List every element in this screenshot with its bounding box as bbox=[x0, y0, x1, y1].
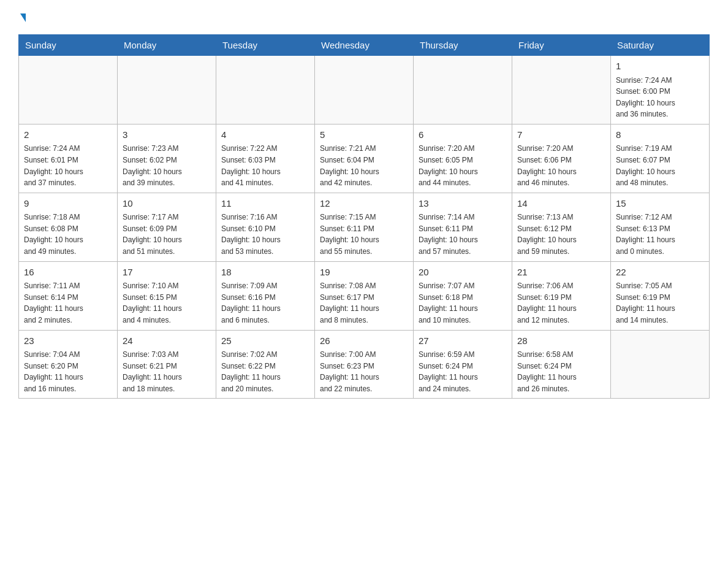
day-info: Sunrise: 7:15 AM Sunset: 6:11 PM Dayligh… bbox=[320, 212, 408, 257]
calendar-cell: 2Sunrise: 7:24 AM Sunset: 6:01 PM Daylig… bbox=[19, 124, 118, 193]
calendar-cell bbox=[118, 56, 216, 124]
calendar-cell: 19Sunrise: 7:08 AM Sunset: 6:17 PM Dayli… bbox=[315, 261, 414, 330]
calendar-cell bbox=[512, 56, 611, 124]
calendar-cell: 5Sunrise: 7:21 AM Sunset: 6:04 PM Daylig… bbox=[315, 124, 414, 193]
day-info: Sunrise: 7:02 AM Sunset: 6:22 PM Dayligh… bbox=[221, 349, 309, 394]
day-info: Sunrise: 7:09 AM Sunset: 6:16 PM Dayligh… bbox=[221, 280, 309, 326]
calendar-cell bbox=[315, 56, 414, 124]
calendar-cell: 17Sunrise: 7:10 AM Sunset: 6:15 PM Dayli… bbox=[118, 261, 216, 330]
day-number: 1 bbox=[616, 59, 704, 74]
weekday-header-saturday: Saturday bbox=[611, 35, 710, 56]
day-info: Sunrise: 7:24 AM Sunset: 6:00 PM Dayligh… bbox=[616, 75, 704, 120]
calendar-cell: 18Sunrise: 7:09 AM Sunset: 6:16 PM Dayli… bbox=[216, 261, 315, 330]
calendar-cell: 21Sunrise: 7:06 AM Sunset: 6:19 PM Dayli… bbox=[512, 261, 611, 330]
calendar-week-5: 23Sunrise: 7:04 AM Sunset: 6:20 PM Dayli… bbox=[19, 330, 710, 399]
day-number: 22 bbox=[616, 266, 704, 280]
day-info: Sunrise: 7:12 AM Sunset: 6:13 PM Dayligh… bbox=[616, 212, 704, 257]
day-info: Sunrise: 7:21 AM Sunset: 6:04 PM Dayligh… bbox=[320, 143, 408, 188]
calendar-cell: 28Sunrise: 6:58 AM Sunset: 6:24 PM Dayli… bbox=[512, 330, 611, 399]
calendar-week-4: 16Sunrise: 7:11 AM Sunset: 6:14 PM Dayli… bbox=[19, 261, 710, 330]
day-number: 15 bbox=[616, 197, 704, 211]
day-number: 18 bbox=[221, 266, 309, 280]
day-info: Sunrise: 7:18 AM Sunset: 6:08 PM Dayligh… bbox=[24, 212, 112, 257]
day-number: 4 bbox=[221, 128, 309, 142]
day-number: 16 bbox=[24, 266, 112, 280]
day-info: Sunrise: 7:14 AM Sunset: 6:11 PM Dayligh… bbox=[419, 212, 507, 257]
day-number: 10 bbox=[123, 197, 211, 211]
calendar-cell: 16Sunrise: 7:11 AM Sunset: 6:14 PM Dayli… bbox=[19, 261, 118, 330]
day-number: 26 bbox=[320, 334, 408, 348]
calendar-cell: 13Sunrise: 7:14 AM Sunset: 6:11 PM Dayli… bbox=[414, 193, 512, 261]
day-number: 9 bbox=[24, 197, 112, 211]
calendar-table: SundayMondayTuesdayWednesdayThursdayFrid… bbox=[18, 34, 710, 399]
weekday-header-row: SundayMondayTuesdayWednesdayThursdayFrid… bbox=[19, 35, 710, 56]
day-info: Sunrise: 7:22 AM Sunset: 6:03 PM Dayligh… bbox=[221, 143, 309, 188]
weekday-header-friday: Friday bbox=[512, 35, 611, 56]
calendar-cell: 22Sunrise: 7:05 AM Sunset: 6:19 PM Dayli… bbox=[611, 261, 710, 330]
day-info: Sunrise: 7:20 AM Sunset: 6:06 PM Dayligh… bbox=[517, 143, 605, 188]
day-number: 24 bbox=[123, 334, 211, 348]
calendar-cell: 8Sunrise: 7:19 AM Sunset: 6:07 PM Daylig… bbox=[611, 124, 710, 193]
day-number: 23 bbox=[24, 334, 112, 348]
calendar-cell: 20Sunrise: 7:07 AM Sunset: 6:18 PM Dayli… bbox=[414, 261, 512, 330]
day-number: 3 bbox=[123, 128, 211, 142]
day-info: Sunrise: 7:07 AM Sunset: 6:18 PM Dayligh… bbox=[419, 280, 507, 326]
day-number: 27 bbox=[419, 334, 507, 348]
day-number: 12 bbox=[320, 197, 408, 211]
page-header bbox=[18, 12, 710, 22]
day-info: Sunrise: 7:24 AM Sunset: 6:01 PM Dayligh… bbox=[24, 143, 112, 188]
calendar-cell: 1Sunrise: 7:24 AM Sunset: 6:00 PM Daylig… bbox=[611, 56, 710, 124]
weekday-header-sunday: Sunday bbox=[19, 35, 118, 56]
day-info: Sunrise: 7:23 AM Sunset: 6:02 PM Dayligh… bbox=[123, 143, 211, 188]
calendar-cell: 25Sunrise: 7:02 AM Sunset: 6:22 PM Dayli… bbox=[216, 330, 315, 399]
calendar-cell: 6Sunrise: 7:20 AM Sunset: 6:05 PM Daylig… bbox=[414, 124, 512, 193]
day-number: 28 bbox=[517, 334, 605, 348]
day-number: 2 bbox=[24, 128, 112, 142]
day-number: 20 bbox=[419, 266, 507, 280]
day-info: Sunrise: 7:11 AM Sunset: 6:14 PM Dayligh… bbox=[24, 280, 112, 326]
day-info: Sunrise: 7:13 AM Sunset: 6:12 PM Dayligh… bbox=[517, 212, 605, 257]
calendar-cell: 24Sunrise: 7:03 AM Sunset: 6:21 PM Dayli… bbox=[118, 330, 216, 399]
day-info: Sunrise: 7:20 AM Sunset: 6:05 PM Dayligh… bbox=[419, 143, 507, 188]
day-info: Sunrise: 7:00 AM Sunset: 6:23 PM Dayligh… bbox=[320, 349, 408, 394]
day-info: Sunrise: 6:59 AM Sunset: 6:24 PM Dayligh… bbox=[419, 349, 507, 394]
calendar-cell bbox=[216, 56, 315, 124]
day-info: Sunrise: 7:17 AM Sunset: 6:09 PM Dayligh… bbox=[123, 212, 211, 257]
day-number: 25 bbox=[221, 334, 309, 348]
day-info: Sunrise: 7:06 AM Sunset: 6:19 PM Dayligh… bbox=[517, 280, 605, 326]
logo bbox=[18, 12, 26, 22]
day-number: 13 bbox=[419, 197, 507, 211]
day-number: 17 bbox=[123, 266, 211, 280]
calendar-cell: 4Sunrise: 7:22 AM Sunset: 6:03 PM Daylig… bbox=[216, 124, 315, 193]
calendar-cell bbox=[19, 56, 118, 124]
weekday-header-tuesday: Tuesday bbox=[216, 35, 315, 56]
day-info: Sunrise: 7:08 AM Sunset: 6:17 PM Dayligh… bbox=[320, 280, 408, 326]
calendar-cell bbox=[414, 56, 512, 124]
calendar-cell: 12Sunrise: 7:15 AM Sunset: 6:11 PM Dayli… bbox=[315, 193, 414, 261]
day-number: 7 bbox=[517, 128, 605, 142]
day-info: Sunrise: 6:58 AM Sunset: 6:24 PM Dayligh… bbox=[517, 349, 605, 394]
calendar-cell: 9Sunrise: 7:18 AM Sunset: 6:08 PM Daylig… bbox=[19, 193, 118, 261]
day-number: 6 bbox=[419, 128, 507, 142]
calendar-week-2: 2Sunrise: 7:24 AM Sunset: 6:01 PM Daylig… bbox=[19, 124, 710, 193]
day-number: 5 bbox=[320, 128, 408, 142]
calendar-cell: 26Sunrise: 7:00 AM Sunset: 6:23 PM Dayli… bbox=[315, 330, 414, 399]
calendar-cell: 23Sunrise: 7:04 AM Sunset: 6:20 PM Dayli… bbox=[19, 330, 118, 399]
weekday-header-wednesday: Wednesday bbox=[315, 35, 414, 56]
calendar-week-3: 9Sunrise: 7:18 AM Sunset: 6:08 PM Daylig… bbox=[19, 193, 710, 261]
weekday-header-monday: Monday bbox=[118, 35, 216, 56]
day-number: 19 bbox=[320, 266, 408, 280]
logo-arrow-icon bbox=[20, 13, 26, 22]
day-info: Sunrise: 7:16 AM Sunset: 6:10 PM Dayligh… bbox=[221, 212, 309, 257]
day-number: 14 bbox=[517, 197, 605, 211]
day-info: Sunrise: 7:03 AM Sunset: 6:21 PM Dayligh… bbox=[123, 349, 211, 394]
calendar-cell: 15Sunrise: 7:12 AM Sunset: 6:13 PM Dayli… bbox=[611, 193, 710, 261]
calendar-cell: 14Sunrise: 7:13 AM Sunset: 6:12 PM Dayli… bbox=[512, 193, 611, 261]
day-number: 8 bbox=[616, 128, 704, 142]
calendar-cell bbox=[611, 330, 710, 399]
weekday-header-thursday: Thursday bbox=[414, 35, 512, 56]
day-info: Sunrise: 7:19 AM Sunset: 6:07 PM Dayligh… bbox=[616, 143, 704, 188]
day-info: Sunrise: 7:04 AM Sunset: 6:20 PM Dayligh… bbox=[24, 349, 112, 394]
day-number: 11 bbox=[221, 197, 309, 211]
calendar-cell: 27Sunrise: 6:59 AM Sunset: 6:24 PM Dayli… bbox=[414, 330, 512, 399]
